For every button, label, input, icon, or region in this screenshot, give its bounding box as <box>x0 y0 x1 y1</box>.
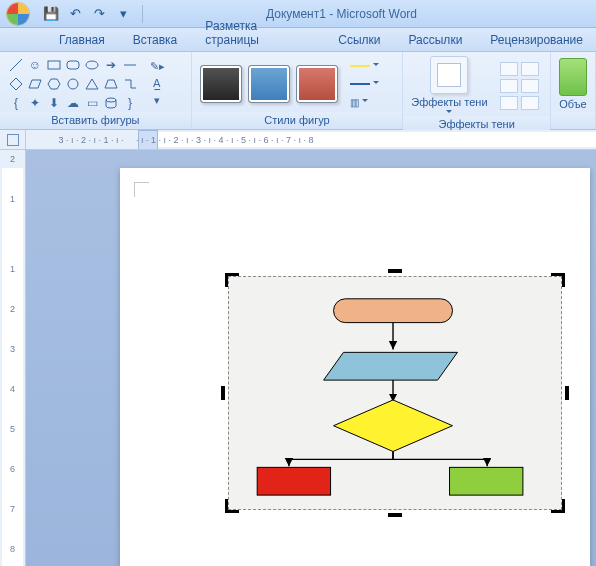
group-3d-effects: Объе <box>551 52 596 129</box>
shadow-preview-icon <box>430 56 468 94</box>
v-ruler-ticks: 2 1 1 2 3 4 5 6 7 8 <box>0 150 25 566</box>
office-logo-icon <box>6 2 30 26</box>
ruler-corner[interactable] <box>0 130 26 149</box>
handle-top[interactable] <box>388 269 402 273</box>
group-label-insert-shapes: Вставить фигуры <box>0 112 191 129</box>
qat-more-icon[interactable]: ▾ <box>114 5 132 23</box>
tab-selector-icon[interactable] <box>7 134 19 146</box>
shape-rect-icon[interactable] <box>46 57 62 73</box>
tab-refs[interactable]: Ссылки <box>325 29 393 51</box>
shapes-more-icon[interactable]: ▾ <box>148 94 166 108</box>
h-ruler-ticks: 3 · ı · 2 · ı · 1 · ı · · ı · 1 · ı · 2 … <box>26 130 596 149</box>
shape-diamond-icon[interactable] <box>8 76 24 92</box>
svg-marker-7 <box>48 79 60 89</box>
shape-hexagon-icon[interactable] <box>46 76 62 92</box>
svg-point-3 <box>86 61 98 69</box>
shape-terminator[interactable] <box>334 299 453 323</box>
style-swatch-black[interactable] <box>200 65 242 103</box>
svg-rect-2 <box>67 61 79 69</box>
text-box-icon[interactable]: A̲ <box>148 77 166 91</box>
ribbon-tabs: Главная Вставка Разметка страницы Ссылки… <box>0 28 596 52</box>
vertical-ruler[interactable]: 2 1 1 2 3 4 5 6 7 8 <box>0 150 26 566</box>
group-label-shape-styles: Стили фигур <box>192 112 403 129</box>
shape-smiley-icon[interactable]: ☺ <box>27 57 43 73</box>
group-label-empty <box>551 112 595 129</box>
undo-icon[interactable]: ↶ <box>66 5 84 23</box>
shape-callout-icon[interactable]: ▭ <box>84 95 100 111</box>
shape-circle-icon[interactable] <box>65 76 81 92</box>
shape-process-left[interactable] <box>257 467 330 495</box>
style-swatch-red[interactable] <box>296 65 338 103</box>
shadow-effects-button[interactable]: Эффекты тени <box>411 56 487 116</box>
handle-right[interactable] <box>565 386 569 400</box>
nudge-br-icon[interactable] <box>521 96 539 110</box>
connector-right[interactable] <box>393 451 487 466</box>
nudge-ml-icon[interactable] <box>500 79 518 93</box>
tab-layout[interactable]: Разметка страницы <box>192 15 323 51</box>
nudge-mr-icon[interactable] <box>521 79 539 93</box>
svg-point-8 <box>68 79 78 89</box>
handle-bottom[interactable] <box>388 513 402 517</box>
shape-triangle-icon[interactable] <box>84 76 100 92</box>
shape-line2-icon[interactable] <box>122 57 138 73</box>
group-shape-styles: ▥ Стили фигур <box>192 52 404 129</box>
tab-insert[interactable]: Вставка <box>120 29 191 51</box>
shape-roundrect-icon[interactable] <box>65 57 81 73</box>
edit-shape-icon[interactable]: ✎▸ <box>148 60 166 74</box>
document-page[interactable] <box>120 168 590 566</box>
svg-point-11 <box>106 98 116 102</box>
shape-cylinder-icon[interactable] <box>103 95 119 111</box>
svg-marker-5 <box>10 78 22 90</box>
document-background[interactable] <box>26 150 596 566</box>
nudge-tl-icon[interactable] <box>500 62 518 76</box>
shape-fill-button[interactable] <box>350 59 384 73</box>
shape-line-icon[interactable] <box>8 57 24 73</box>
svg-marker-6 <box>29 80 41 88</box>
connector-left[interactable] <box>289 451 393 466</box>
svg-marker-10 <box>105 80 117 88</box>
horizontal-ruler[interactable]: 3 · ı · 2 · ı · 1 · ı · · ı · 1 · ı · 2 … <box>26 130 596 149</box>
shape-ellipse-icon[interactable] <box>84 57 100 73</box>
tab-review[interactable]: Рецензирование <box>477 29 596 51</box>
shape-process-right[interactable] <box>450 467 523 495</box>
object-icon <box>559 58 587 96</box>
shape-change-button[interactable]: ▥ <box>350 95 384 109</box>
quick-access-toolbar: 💾 ↶ ↷ ▾ <box>42 5 147 23</box>
tab-mail[interactable]: Рассылки <box>395 29 475 51</box>
svg-marker-9 <box>86 79 98 89</box>
ruler-row: 3 · ı · 2 · ı · 1 · ı · · ı · 1 · ı · 2 … <box>0 130 596 150</box>
shape-star-icon[interactable]: ✦ <box>27 95 43 111</box>
object-button[interactable]: Объе <box>559 58 587 110</box>
shadow-nudge-grid[interactable] <box>500 62 539 110</box>
shape-trapezoid-icon[interactable] <box>103 76 119 92</box>
shape-style-controls: ▥ <box>350 59 384 109</box>
qat-separator <box>142 5 143 23</box>
shape-data[interactable] <box>324 352 458 380</box>
drawing-canvas[interactable] <box>228 276 562 510</box>
handle-left[interactable] <box>221 386 225 400</box>
shape-connector-icon[interactable] <box>122 76 138 92</box>
shape-lbracket-icon[interactable]: { <box>8 95 24 111</box>
shapes-gallery[interactable]: ☺ ➔ { ✦ ⬇ ☁ ▭ } <box>8 57 138 111</box>
group-insert-shapes: ☺ ➔ { ✦ ⬇ ☁ ▭ } <box>0 52 192 129</box>
group-shadow-effects: Эффекты тени Эффекты тени <box>403 52 551 129</box>
shape-rbracket-icon[interactable]: } <box>122 95 138 111</box>
shape-decision[interactable] <box>334 400 453 452</box>
shapes-side-buttons: ✎▸ A̲ ▾ <box>148 60 166 108</box>
shape-cloud-icon[interactable]: ☁ <box>65 95 81 111</box>
tab-home[interactable]: Главная <box>46 29 118 51</box>
save-icon[interactable]: 💾 <box>42 5 60 23</box>
shape-outline-button[interactable] <box>350 77 384 91</box>
svg-rect-1 <box>48 61 60 69</box>
object-label: Объе <box>559 98 586 110</box>
nudge-tr-icon[interactable] <box>521 62 539 76</box>
style-swatch-blue[interactable] <box>248 65 290 103</box>
shadow-effects-label: Эффекты тени <box>411 96 487 108</box>
shape-arrow-icon[interactable]: ➔ <box>103 57 119 73</box>
shape-arrowdown-icon[interactable]: ⬇ <box>46 95 62 111</box>
redo-icon[interactable]: ↷ <box>90 5 108 23</box>
nudge-bl-icon[interactable] <box>500 96 518 110</box>
shape-parallelogram-icon[interactable] <box>27 76 43 92</box>
svg-line-0 <box>10 59 22 71</box>
office-button[interactable] <box>0 0 36 28</box>
